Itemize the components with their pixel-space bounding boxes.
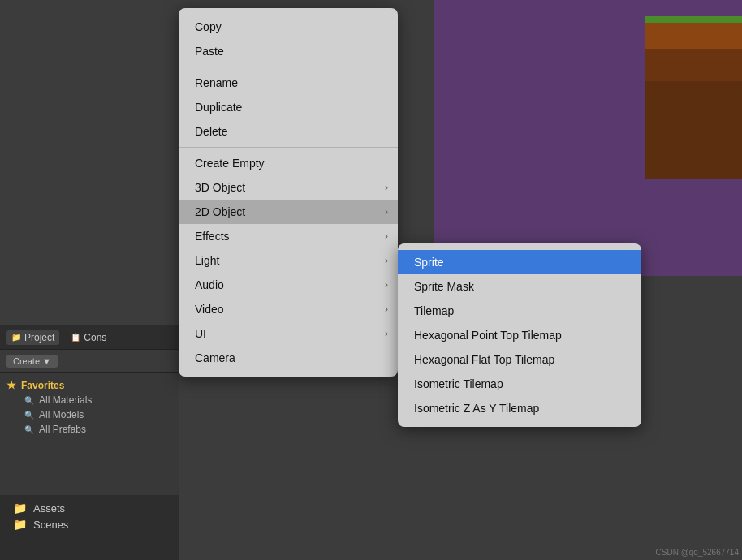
divider-1 (179, 67, 398, 67)
delete-label: Delete (195, 125, 227, 138)
assets-folder-icon: 📁 (13, 502, 27, 515)
isometric-label: Isometric Tilemap (414, 377, 503, 390)
assets-label: Assets (33, 502, 65, 515)
divider-2 (179, 147, 398, 148)
video-label: Video (195, 303, 224, 316)
context-menu: Copy Paste Rename Duplicate Delete Creat… (179, 8, 398, 377)
menu-item-effects[interactable]: Effects › (179, 224, 398, 248)
console-icon: 📋 (71, 333, 80, 342)
panel-tree: ★ Favorites 🔍 All Materials 🔍 All Models… (0, 373, 179, 442)
assets-item[interactable]: 📁 Assets (13, 502, 166, 515)
all-materials-item[interactable]: 🔍 All Materials (24, 393, 172, 407)
sub-menu-item-sprite[interactable]: Sprite (398, 250, 641, 274)
folder-icon: 📁 (11, 333, 21, 342)
tab-console-label: Cons (84, 332, 106, 343)
all-prefabs-label: All Prefabs (39, 424, 86, 435)
chevron-light-icon: › (385, 255, 388, 266)
chevron-audio-icon: › (385, 279, 388, 291)
sprite-label: Sprite (414, 256, 444, 269)
scenes-item[interactable]: 📁 Scenes (13, 518, 166, 531)
light-label: Light (195, 254, 219, 267)
sprite-mask-label: Sprite Mask (414, 280, 474, 293)
isometric-z-label: Isometric Z As Y Tilemap (414, 402, 539, 415)
tilemap-label: Tilemap (414, 304, 454, 317)
all-prefabs-item[interactable]: 🔍 All Prefabs (24, 422, 172, 437)
menu-item-delete[interactable]: Delete (179, 119, 398, 144)
menu-item-light[interactable]: Light › (179, 248, 398, 273)
all-models-item[interactable]: 🔍 All Models (24, 407, 172, 422)
tab-project-label: Project (24, 332, 54, 343)
sub-menu-item-isometric[interactable]: Isometric Tilemap (398, 372, 641, 396)
effects-label: Effects (195, 230, 230, 243)
menu-item-ui[interactable]: UI › (179, 321, 398, 346)
menu-item-audio[interactable]: Audio › (179, 273, 398, 297)
chevron-effects-icon: › (385, 230, 388, 242)
chevron-ui-icon: › (385, 328, 388, 339)
create-empty-label: Create Empty (195, 157, 265, 170)
tab-console[interactable]: 📋 Cons (66, 330, 111, 345)
star-icon: ★ (6, 379, 16, 391)
sub-menu-2d-object: Sprite Sprite Mask Tilemap Hexagonal Poi… (398, 243, 641, 427)
sub-menu-item-isometric-z[interactable]: Isometric Z As Y Tilemap (398, 396, 641, 420)
panel-tabs: 📁 Project 📋 Cons (0, 325, 179, 350)
search-icon-models: 🔍 (24, 411, 34, 420)
menu-item-2d-object[interactable]: 2D Object › (179, 200, 398, 224)
bottom-labels: 📁 Assets 📁 Scenes (0, 495, 179, 560)
chevron-video-icon: › (385, 304, 388, 315)
scenes-label: Scenes (33, 519, 68, 531)
menu-item-create-empty[interactable]: Create Empty (179, 151, 398, 175)
menu-item-rename[interactable]: Rename (179, 71, 398, 95)
paste-label: Paste (195, 45, 224, 58)
create-label: Create (13, 356, 40, 366)
search-icon-materials: 🔍 (24, 396, 34, 405)
rename-label: Rename (195, 76, 238, 89)
search-icon-prefabs: 🔍 (24, 425, 34, 434)
create-button[interactable]: Create ▼ (6, 355, 58, 368)
all-models-label: All Models (39, 409, 84, 420)
all-materials-label: All Materials (39, 394, 92, 406)
3d-object-label: 3D Object (195, 181, 245, 194)
create-arrow-icon: ▼ (42, 356, 51, 366)
menu-item-camera[interactable]: Camera (179, 346, 398, 370)
pixel-art-tiles (645, 16, 742, 179)
duplicate-label: Duplicate (195, 101, 242, 114)
tree-sub: 🔍 All Materials 🔍 All Models 🔍 All Prefa… (6, 393, 172, 437)
sub-menu-item-hex-flat-top[interactable]: Hexagonal Flat Top Tilemap (398, 347, 641, 372)
chevron-2d-icon: › (385, 206, 388, 218)
favorites-item[interactable]: ★ Favorites (6, 377, 172, 393)
menu-item-3d-object[interactable]: 3D Object › (179, 175, 398, 200)
favorites-label: Favorites (21, 380, 64, 391)
game-preview (434, 0, 742, 276)
menu-item-copy[interactable]: Copy (179, 15, 398, 39)
sub-menu-item-hex-point-top[interactable]: Hexagonal Point Top Tilemap (398, 323, 641, 347)
hex-point-top-label: Hexagonal Point Top Tilemap (414, 329, 562, 342)
chevron-3d-icon: › (385, 182, 388, 193)
menu-item-video[interactable]: Video › (179, 297, 398, 321)
ui-label: UI (195, 327, 206, 340)
sub-menu-item-tilemap[interactable]: Tilemap (398, 299, 641, 323)
watermark: CSDN @qq_52667714 (656, 548, 739, 557)
panel-toolbar: Create ▼ (0, 350, 179, 373)
copy-label: Copy (195, 20, 222, 33)
menu-item-duplicate[interactable]: Duplicate (179, 95, 398, 119)
scenes-folder-icon: 📁 (13, 518, 27, 531)
tab-project[interactable]: 📁 Project (6, 330, 59, 345)
menu-item-paste[interactable]: Paste (179, 39, 398, 63)
sub-menu-item-sprite-mask[interactable]: Sprite Mask (398, 274, 641, 299)
camera-label: Camera (195, 351, 235, 364)
hex-flat-top-label: Hexagonal Flat Top Tilemap (414, 353, 554, 366)
audio-label: Audio (195, 278, 224, 291)
watermark-text: CSDN @qq_52667714 (656, 548, 739, 557)
2d-object-label: 2D Object (195, 205, 245, 218)
